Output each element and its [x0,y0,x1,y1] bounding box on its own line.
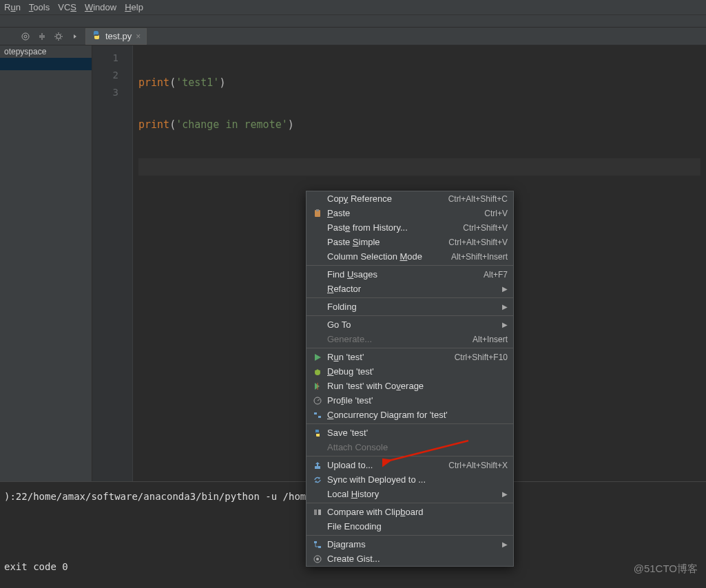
cm-separator [307,297,513,298]
cm-separator [307,535,513,536]
python-icon [92,30,101,42]
line-number: 1 [92,50,118,67]
bug-icon [312,368,323,376]
close-icon[interactable]: × [136,32,141,41]
cm-separator [307,348,513,348]
code-line [138,158,700,176]
cm-run[interactable]: Run 'test' Ctrl+Shift+F10 [307,350,513,364]
submenu-arrow-icon: ▶ [502,490,508,498]
cm-profile[interactable]: Profile 'test' [307,393,513,408]
editor-context-menu: Copy Reference Ctrl+Alt+Shift+C Paste Ct… [306,191,514,567]
cm-sync-deployed[interactable]: Sync with Deployed to ... [307,472,513,487]
svg-rect-7 [314,412,317,414]
editor-gutter: 1 2 3 [92,45,133,481]
cm-column-selection[interactable]: Column Selection Mode Alt+Shift+Insert [307,249,513,264]
run-icon [312,353,323,361]
cm-compare-clipboard[interactable]: Compare with Clipboard [307,505,513,519]
svg-rect-8 [318,416,321,418]
breadcrumb-bar [0,15,706,28]
line-number: 2 [92,67,118,84]
cm-refactor[interactable]: Refactor ▶ [307,282,513,296]
line-number: 3 [92,84,118,101]
concurrency-icon [312,411,323,419]
menu-run[interactable]: Run [4,2,21,12]
menu-help[interactable]: Help [125,2,143,12]
cm-local-history[interactable]: Local History ▶ [307,487,513,501]
menu-window[interactable]: Window [85,2,116,12]
svg-point-0 [22,33,29,40]
svg-point-16 [316,558,319,560]
submenu-arrow-icon: ▶ [502,540,508,548]
cm-file-encoding[interactable]: File Encoding [307,519,513,534]
cm-concurrency[interactable]: Concurrency Diagram for 'test' [307,408,513,422]
compare-icon [312,508,323,516]
cm-separator [307,423,513,424]
tab-label: test.py [105,31,132,41]
code-line: print('change in remote') [138,116,700,134]
gear-icon[interactable] [54,32,63,41]
svg-point-1 [24,35,27,38]
svg-rect-4 [316,209,319,211]
diagram-icon [312,540,323,549]
code-line: print('test1') [138,74,700,92]
cm-generate: Generate... Alt+Insert [307,332,513,346]
watermark: @51CTO博客 [634,563,698,576]
gist-icon [312,555,323,563]
hide-icon[interactable] [70,32,80,41]
cm-separator [307,315,513,316]
submenu-arrow-icon: ▶ [502,285,508,293]
svg-rect-12 [318,510,321,515]
coverage-icon [312,382,323,390]
project-toolbar [0,32,80,41]
cm-coverage[interactable]: Run 'test' with Coverage [307,379,513,393]
cm-diagrams[interactable]: Diagrams ▶ [307,537,513,552]
project-child-node[interactable] [0,58,92,70]
svg-rect-10 [317,463,318,466]
submenu-arrow-icon: ▶ [502,303,508,311]
cm-create-gist[interactable]: Create Gist... [307,552,513,566]
cm-paste-simple[interactable]: Paste Simple Ctrl+Alt+Shift+V [307,235,513,249]
menu-tools[interactable]: Tools [29,2,50,12]
cm-paste[interactable]: Paste Ctrl+V [307,206,513,220]
cm-attach-console: Attach Console [307,440,513,454]
svg-point-2 [56,34,61,39]
menu-vcs[interactable]: VCS [58,2,76,12]
paste-icon [312,209,323,218]
cm-goto[interactable]: Go To ▶ [307,317,513,332]
cm-find-usages[interactable]: Find Usages Alt+F7 [307,267,513,282]
python-icon [312,429,323,437]
cm-separator [307,503,513,503]
upload-icon [312,461,323,470]
cm-save[interactable]: Save 'test' [307,426,513,440]
svg-rect-14 [318,546,321,548]
editor-tab-bar: test.py × [0,28,706,45]
svg-rect-11 [314,510,317,515]
cm-upload-to[interactable]: Upload to... Ctrl+Alt+Shift+X [307,458,513,472]
target-icon[interactable] [21,32,30,41]
editor-tab[interactable]: test.py × [85,28,147,45]
cm-folding[interactable]: Folding ▶ [307,300,513,314]
profile-icon [312,397,323,405]
submenu-arrow-icon: ▶ [502,321,508,328]
cm-copy-reference[interactable]: Copy Reference Ctrl+Alt+Shift+C [307,191,513,206]
svg-rect-13 [314,541,317,543]
svg-point-5 [315,370,320,375]
project-root-node[interactable]: otepyspace [0,45,92,58]
project-sidebar: otepyspace [0,45,92,481]
collapse-icon[interactable] [37,32,47,41]
cm-paste-history[interactable]: Paste from History... Ctrl+Shift+V [307,220,513,235]
main-menubar: Run Tools VCS Window Help [0,0,706,15]
cm-debug[interactable]: Debug 'test' [307,364,513,379]
cm-separator [307,265,513,266]
cm-separator [307,456,513,456]
sync-icon [312,476,323,484]
svg-rect-9 [315,466,320,469]
